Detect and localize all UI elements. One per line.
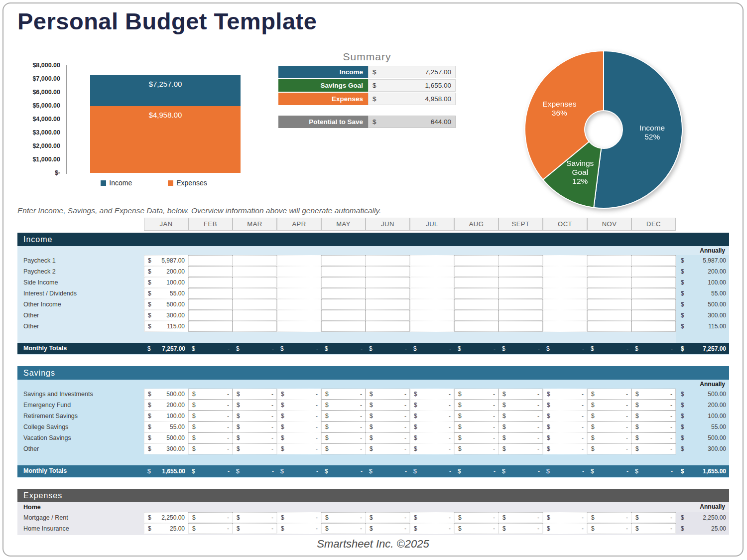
- month-cell[interactable]: [366, 255, 410, 266]
- month-cell[interactable]: [410, 277, 454, 288]
- month-cell[interactable]: $-: [321, 523, 366, 534]
- month-cell[interactable]: $-: [188, 400, 233, 411]
- month-cell[interactable]: $55.00: [144, 288, 188, 299]
- month-cell[interactable]: [366, 321, 410, 332]
- month-cell[interactable]: [631, 277, 676, 288]
- month-cell[interactable]: [366, 310, 410, 321]
- month-cell[interactable]: $300.00: [144, 443, 188, 454]
- month-cell[interactable]: $-: [366, 411, 410, 421]
- month-cell[interactable]: [631, 266, 676, 277]
- month-cell[interactable]: $-: [410, 443, 454, 454]
- month-cell[interactable]: $-: [498, 411, 543, 421]
- month-cell[interactable]: [587, 288, 631, 299]
- month-cell[interactable]: $-: [366, 432, 410, 443]
- month-cell[interactable]: [410, 266, 454, 277]
- month-cell[interactable]: $-: [454, 523, 498, 534]
- row-label-cell[interactable]: Savings and Investments: [17, 389, 144, 400]
- month-cell[interactable]: [188, 266, 233, 277]
- month-cell[interactable]: [366, 277, 410, 288]
- month-cell[interactable]: [631, 255, 676, 266]
- month-cell[interactable]: $-: [233, 432, 277, 443]
- month-cell[interactable]: $-: [454, 389, 498, 400]
- month-cell[interactable]: [366, 288, 410, 299]
- month-cell[interactable]: [188, 310, 233, 321]
- month-cell[interactable]: [587, 255, 631, 266]
- month-cell[interactable]: $-: [631, 400, 676, 411]
- month-cell[interactable]: [410, 288, 454, 299]
- month-cell[interactable]: $-: [277, 523, 321, 534]
- month-cell[interactable]: $-: [587, 432, 631, 443]
- month-cell[interactable]: $-: [587, 421, 631, 432]
- month-cell[interactable]: $-: [188, 389, 233, 400]
- month-cell[interactable]: $5,987.00: [144, 255, 188, 266]
- month-cell[interactable]: $-: [321, 389, 366, 400]
- month-cell[interactable]: $-: [410, 411, 454, 421]
- month-cell[interactable]: [321, 266, 366, 277]
- month-cell[interactable]: $-: [233, 512, 277, 523]
- month-cell[interactable]: $-: [498, 443, 543, 454]
- month-cell[interactable]: [631, 299, 676, 310]
- month-cell[interactable]: [188, 255, 233, 266]
- month-cell[interactable]: $115.00: [144, 321, 188, 332]
- month-cell[interactable]: $200.00: [144, 400, 188, 411]
- month-cell[interactable]: $-: [188, 411, 233, 421]
- month-cell[interactable]: $-: [454, 432, 498, 443]
- month-cell[interactable]: [587, 310, 631, 321]
- month-cell[interactable]: $-: [277, 421, 321, 432]
- month-cell[interactable]: $-: [631, 523, 676, 534]
- month-cell[interactable]: $-: [498, 432, 543, 443]
- month-cell[interactable]: $-: [454, 443, 498, 454]
- month-cell[interactable]: $-: [631, 443, 676, 454]
- month-cell[interactable]: $-: [277, 389, 321, 400]
- month-cell[interactable]: $-: [321, 443, 366, 454]
- month-cell[interactable]: $-: [498, 389, 543, 400]
- month-cell[interactable]: $500.00: [144, 432, 188, 443]
- row-label-cell[interactable]: College Savings: [17, 421, 144, 432]
- month-cell[interactable]: $-: [410, 389, 454, 400]
- month-cell[interactable]: [233, 255, 277, 266]
- month-cell[interactable]: $500.00: [144, 389, 188, 400]
- month-cell[interactable]: [587, 266, 631, 277]
- month-cell[interactable]: [233, 310, 277, 321]
- month-cell[interactable]: $-: [410, 512, 454, 523]
- month-cell[interactable]: [587, 299, 631, 310]
- month-cell[interactable]: [188, 299, 233, 310]
- month-cell[interactable]: [410, 255, 454, 266]
- month-cell[interactable]: [277, 255, 321, 266]
- row-label-cell[interactable]: Retirement Savings: [17, 411, 144, 421]
- month-cell[interactable]: $200.00: [144, 266, 188, 277]
- month-cell[interactable]: [454, 310, 498, 321]
- month-cell[interactable]: [277, 288, 321, 299]
- month-cell[interactable]: [321, 321, 366, 332]
- month-cell[interactable]: [233, 277, 277, 288]
- month-cell[interactable]: $-: [321, 432, 366, 443]
- month-cell[interactable]: $100.00: [144, 411, 188, 421]
- month-cell[interactable]: $-: [321, 421, 366, 432]
- month-cell[interactable]: $-: [277, 400, 321, 411]
- month-cell[interactable]: $-: [410, 400, 454, 411]
- month-cell[interactable]: [543, 266, 587, 277]
- month-cell[interactable]: $-: [233, 400, 277, 411]
- month-cell[interactable]: $-: [277, 432, 321, 443]
- month-cell[interactable]: $-: [321, 400, 366, 411]
- month-cell[interactable]: $-: [454, 400, 498, 411]
- month-cell[interactable]: $-: [454, 411, 498, 421]
- month-cell[interactable]: $-: [366, 523, 410, 534]
- month-cell[interactable]: [277, 266, 321, 277]
- month-cell[interactable]: $-: [454, 512, 498, 523]
- row-label-cell[interactable]: Home Insurance: [17, 523, 144, 534]
- month-cell[interactable]: [277, 310, 321, 321]
- month-cell[interactable]: $-: [631, 389, 676, 400]
- month-cell[interactable]: $-: [631, 411, 676, 421]
- month-cell[interactable]: $-: [631, 512, 676, 523]
- month-cell[interactable]: $-: [233, 411, 277, 421]
- month-cell[interactable]: [631, 321, 676, 332]
- row-label-cell[interactable]: Interest / Dividends: [17, 288, 144, 299]
- month-cell[interactable]: [321, 288, 366, 299]
- month-cell[interactable]: $-: [366, 389, 410, 400]
- month-cell[interactable]: [543, 321, 587, 332]
- row-label-cell[interactable]: Paycheck 1: [17, 255, 144, 266]
- month-cell[interactable]: [454, 288, 498, 299]
- month-cell[interactable]: [277, 321, 321, 332]
- month-cell[interactable]: $-: [366, 421, 410, 432]
